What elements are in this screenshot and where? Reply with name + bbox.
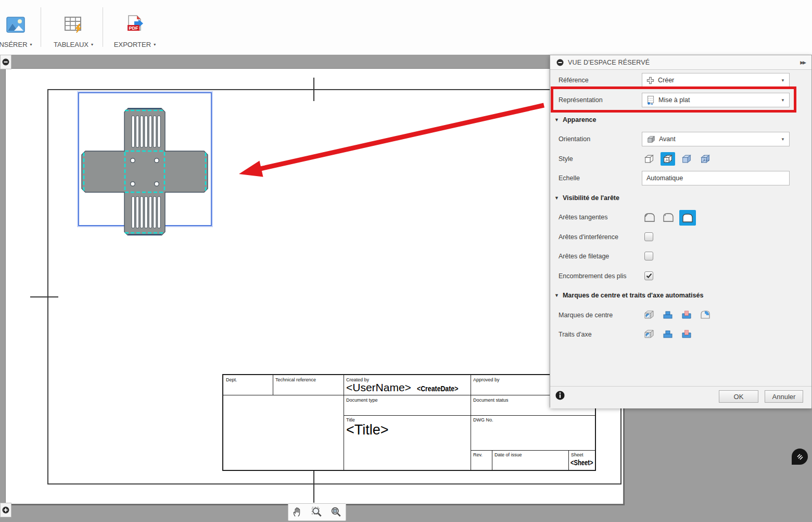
scale-label: Echelle [559,175,580,182]
section-appearance[interactable]: ▼ Apparence [554,116,597,123]
document-type-label: Document type [346,397,378,403]
flat-pattern-icon [646,95,655,105]
double-chevron-right-icon[interactable]: ▶▶ [800,60,805,65]
panel-title: VUE D'ESPACE RÉSERVÉ [568,59,650,66]
pdf-badge-text: PDF [129,26,139,31]
sheet-label: Sheet [571,452,583,457]
style-option-hidden-edges[interactable] [661,152,675,166]
title-block-line [492,450,492,470]
center-lines-option-pocket[interactable] [680,328,693,340]
center-marks-option-fillet[interactable] [699,308,712,321]
tangent-option-off[interactable] [679,210,696,226]
center-lines-option-hole[interactable] [642,328,656,340]
tangent-option-shortened[interactable] [661,210,676,225]
interference-edges-label: Arêtes d'interférence [559,233,618,241]
browser-collapse-tab[interactable] [0,55,11,69]
tangent-edges-label: Arêtes tangentes [559,214,608,221]
representation-dropdown[interactable]: Mise à plat ▼ [642,93,790,107]
title-block-line [273,375,273,395]
pocket-icon [681,329,692,339]
appearance-title: Apparence [563,116,597,123]
center-marks-option-hole[interactable] [642,308,656,321]
tangent-option-full[interactable] [642,210,657,225]
reference-value: Créer [658,77,674,84]
orientation-value: Avant [659,135,676,143]
chevron-down-icon: ▼ [781,98,785,103]
comment-bubble-icon[interactable] [792,449,808,465]
crosshair-plus-icon [646,77,654,84]
toolbar-group-insert[interactable]: NSÉRER▾ [0,0,41,55]
title-block: Dept. Technical reference Created by <Us… [222,374,596,471]
sheet-tick-bottom [313,469,314,503]
center-marks-option-boss[interactable] [661,308,675,321]
toolbar-group-export[interactable]: PDF EXPORTER▾ [106,0,164,55]
minus-circle-icon [556,59,564,66]
top-toolbar: NSÉRER▾ TABLEAUX▾ [0,0,812,55]
hole-cube-icon [643,309,655,320]
chevron-down-icon: ▾ [154,42,156,47]
title-block-line [568,450,569,470]
title-placeholder: <Title> [346,422,389,438]
expand-plus-icon [2,506,9,514]
toolbar-tables-label: TABLEAUX [54,41,88,48]
vent-slots-top [132,116,160,147]
toolbar-separator [103,7,103,47]
tangent-full-icon [643,212,656,223]
toolbar-export-label: EXPORTER [114,41,151,48]
representation-label: Représentation [559,96,603,104]
cube-shaded-icon [681,154,692,164]
image-icon [6,16,26,35]
orientation-label: Orientation [559,135,590,143]
bend-extent-label: Encombrement des plis [559,272,627,280]
interference-edges-checkbox[interactable] [644,232,653,241]
toolbar-insert-label: NSÉRER [0,41,28,48]
orientation-dropdown[interactable]: Avant ▼ [642,132,790,146]
style-option-shaded-hidden[interactable] [698,152,713,166]
section-center-marks[interactable]: ▼ Marques de centre et traits d'axe auto… [554,292,703,299]
section-caret-icon: ▼ [554,293,559,298]
createdate-placeholder: <CreateDate> [417,384,458,393]
bend-extent-checkbox[interactable] [644,271,653,280]
chevron-down-icon: ▾ [91,42,93,47]
zoom-fit-icon[interactable] [328,505,344,519]
panel-header[interactable]: VUE D'ESPACE RÉSERVÉ ▶▶ [550,55,811,70]
reference-dropdown[interactable]: Créer ▼ [642,73,790,88]
flat-pattern-part[interactable] [81,108,208,235]
tangent-short-icon [662,212,675,223]
cube-icon [646,135,655,143]
toolbar-group-tables[interactable]: TABLEAUX▾ [44,0,103,55]
style-option-shaded[interactable] [679,152,694,166]
scale-input[interactable]: Automatique [642,171,790,185]
cube-hidden-edges-icon [662,154,674,164]
collapse-minus-icon [2,58,9,66]
boss-icon [662,309,674,320]
representation-value: Mise à plat [658,96,690,104]
chevron-down-icon: ▼ [781,137,785,142]
info-icon[interactable] [555,391,565,400]
section-edge-visibility[interactable]: ▼ Visibilité de l'arête [554,194,619,202]
cancel-button[interactable]: Annuler [765,390,803,403]
panel-expand-tab[interactable] [0,503,11,517]
ok-button[interactable]: OK [719,390,758,403]
approved-by-label: Approved by [473,377,500,382]
zoom-window-icon[interactable] [309,505,325,519]
dept-label: Dept. [226,377,237,382]
date-of-issue-label: Date of issue [494,452,522,457]
toolbar-separator [41,7,41,47]
center-lines-option-boss[interactable] [661,328,675,340]
reference-label: Référence [559,77,589,84]
center-marks-option-pocket[interactable] [680,308,693,321]
style-label: Style [559,155,573,163]
section-caret-icon: ▼ [554,117,559,122]
sheet-tick-top [313,78,314,101]
vent-slots-bottom [132,196,160,228]
title-block-line [471,450,595,451]
center-marks-label: Marques de centre [559,312,613,319]
checkmark-icon [646,273,652,279]
chevron-down-icon: ▼ [781,78,785,83]
fillet-icon [700,309,711,320]
center-marks-title: Marques de centre et traits d'axe automa… [563,292,703,299]
thread-edges-checkbox[interactable] [644,252,653,260]
pan-hand-icon[interactable] [290,505,306,519]
style-option-wireframe[interactable] [642,152,656,166]
